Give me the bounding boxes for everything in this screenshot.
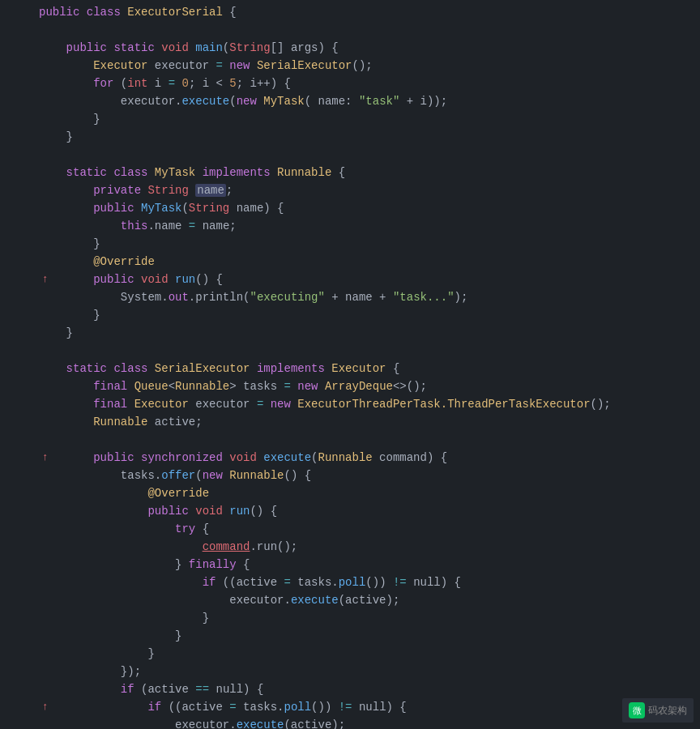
code-line	[39, 342, 700, 360]
line-content: }	[39, 324, 700, 342]
token: static	[66, 362, 114, 375]
token: Runnable	[277, 166, 331, 179]
watermark-text: 码农架构	[648, 701, 687, 719]
token: executor.	[121, 95, 182, 108]
line-content: command.run();	[39, 538, 700, 556]
line-content: }	[39, 627, 700, 645]
token: MyTask	[263, 95, 304, 108]
token: i	[155, 77, 169, 90]
token: private	[93, 184, 147, 197]
token: Runnable	[318, 451, 372, 464]
line-content: }	[39, 306, 700, 324]
code-line: final Executor executor = new ExecutorTh…	[39, 395, 700, 413]
line-content: }	[39, 609, 700, 627]
token: (active	[141, 683, 195, 696]
token: executor	[147, 59, 216, 72]
line-content: executor.execute(active);	[39, 591, 700, 609]
token: .println(	[189, 291, 250, 304]
token: final	[93, 398, 134, 411]
token: public	[39, 6, 87, 19]
token: synchronized	[141, 451, 229, 464]
token: for	[93, 77, 121, 90]
token: }	[175, 558, 189, 571]
token: name	[195, 184, 226, 197]
code-line: command.run();	[39, 538, 700, 556]
code-line: executor.execute(active);	[39, 716, 700, 729]
line-content: try {	[39, 520, 700, 538]
token: =	[257, 398, 271, 411]
line-content: private String name;	[39, 181, 700, 199]
token: public	[147, 505, 195, 518]
token: () {	[250, 505, 277, 518]
token: "executing"	[250, 291, 324, 304]
code-line: Executor executor = new SerialExecutor()…	[39, 57, 700, 75]
token: !=	[393, 576, 413, 589]
line-content: }	[39, 110, 700, 128]
token: );	[455, 291, 468, 304]
token: "task..."	[393, 291, 455, 304]
token: ();	[591, 398, 611, 411]
token: command	[203, 540, 250, 553]
token: }	[93, 237, 100, 250]
token: ())	[311, 701, 339, 714]
token: =	[169, 77, 182, 90]
token: this	[121, 220, 148, 232]
line-content: @Override	[39, 253, 700, 271]
token: =	[284, 576, 297, 589]
token: Runnable	[93, 416, 147, 428]
line-content: public static void main(String[] args) {	[39, 39, 700, 57]
token: null) {	[359, 701, 407, 714]
token: if	[147, 701, 168, 714]
token: name:	[318, 95, 352, 108]
token: ExecutorThreadPerTask.ThreadPerTaskExecu…	[297, 398, 590, 411]
line-content: public void run() {	[39, 271, 700, 288]
line-content: if (active == null) {	[39, 680, 700, 698]
line-content: @Override	[39, 484, 700, 502]
code-line: this.name = name;	[39, 217, 700, 235]
token: {	[229, 6, 236, 19]
token: public	[66, 41, 114, 54]
code-line: private String name;	[39, 181, 700, 199]
token: command) {	[373, 451, 447, 464]
code-line: Runnable active;	[39, 413, 700, 431]
token: ; i <	[189, 77, 229, 90]
token: =	[229, 701, 243, 714]
token: <>();	[393, 380, 427, 393]
code-line: public static void main(String[] args) {	[39, 39, 700, 57]
code-line: }	[39, 627, 700, 645]
token: void	[229, 451, 263, 464]
line-content: for (int i = 0; i < 5; i++) {	[39, 75, 700, 92]
token: (active);	[284, 718, 345, 729]
code-line: }	[39, 609, 700, 627]
token: execute	[291, 594, 339, 607]
token: class	[113, 362, 154, 375]
token: executor.	[175, 718, 237, 729]
token: <	[169, 380, 175, 393]
line-content: public MyTask(String name) {	[39, 199, 700, 217]
token: (	[305, 95, 318, 108]
token: new	[237, 95, 264, 108]
token: execute	[181, 95, 229, 108]
token: MyTask	[141, 202, 181, 215]
token: (	[223, 41, 229, 54]
code-line: } finally {	[39, 556, 700, 573]
token: }	[66, 326, 73, 339]
code-line: public class ExecutorSerial {	[39, 3, 700, 21]
token: =	[216, 59, 229, 72]
code-line	[39, 21, 700, 39]
token: (	[121, 77, 127, 90]
token: SerialExecutor	[257, 59, 352, 72]
token: tasks.	[121, 469, 161, 482]
token: finally	[189, 558, 243, 571]
token: String	[147, 184, 195, 197]
token: [] args) {	[271, 41, 339, 54]
token: main	[195, 41, 223, 54]
code-line: @Override	[39, 253, 700, 271]
token: =	[189, 220, 203, 232]
token: {	[243, 558, 250, 571]
token: "task"	[359, 95, 399, 108]
token: void	[141, 273, 175, 286]
line-content: executor.execute(active);	[39, 716, 700, 729]
token: String	[189, 202, 237, 215]
token: }	[66, 130, 73, 143]
